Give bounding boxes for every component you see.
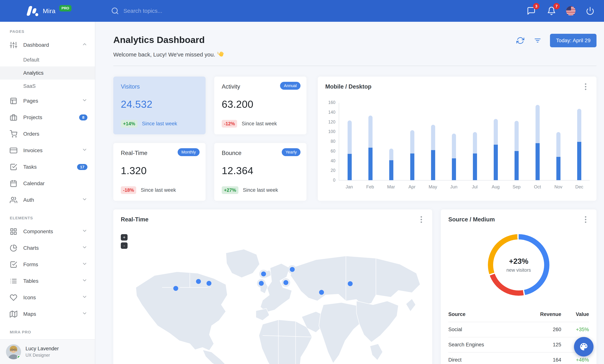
sidebar-item-pages[interactable]: Pages	[0, 93, 95, 109]
sidebar-item-tasks[interactable]: Tasks17	[0, 159, 95, 175]
chevron-down-icon	[82, 147, 88, 154]
x-axis-label: Dec	[574, 184, 585, 189]
source-revenue: 125	[525, 342, 561, 348]
map-marker[interactable]	[319, 290, 324, 295]
chevron-down-icon	[82, 277, 88, 285]
x-axis-label: Jan	[344, 184, 355, 189]
logout-button[interactable]	[584, 5, 596, 16]
cart-icon	[10, 130, 17, 138]
sidebar-section-label: PAGES	[0, 22, 95, 37]
map-marker[interactable]	[290, 267, 295, 272]
stat-caption: Since last week	[141, 187, 176, 193]
bar-series	[339, 103, 590, 180]
notifications-button[interactable]: 7	[546, 5, 557, 16]
chart-card-menu-button[interactable]	[582, 83, 589, 90]
sidebar-badge: 17	[77, 164, 88, 170]
x-axis-label: Aug	[490, 184, 501, 189]
world-map-graphic	[113, 231, 432, 364]
briefcase-icon	[10, 114, 17, 121]
brand[interactable]: Mira PRO	[0, 5, 95, 16]
map-marker[interactable]	[259, 281, 264, 286]
bar-jan	[348, 120, 352, 180]
navbar-actions: 3 7	[526, 5, 604, 16]
pro-badge: PRO	[59, 5, 72, 12]
sidebar-user[interactable]: Lucy Lavender UX Designer	[0, 339, 95, 364]
refresh-icon	[516, 37, 524, 44]
source-revenue: 164	[525, 357, 561, 363]
map-icon	[10, 310, 17, 318]
stat-delta-chip: -12%	[222, 120, 237, 128]
map-marker[interactable]	[283, 280, 288, 285]
map-marker[interactable]	[173, 286, 178, 291]
y-axis-tick-label: 80	[323, 139, 335, 144]
realtime-map-card: Real-Time + -	[113, 209, 432, 364]
chevron-down-icon	[82, 261, 88, 268]
bar-aug	[494, 119, 498, 180]
y-axis-tick-label: 60	[323, 149, 335, 154]
check-square-icon	[10, 261, 17, 268]
x-axis-label: Jun	[448, 184, 459, 189]
stat-period-pill[interactable]: Yearly	[282, 148, 301, 156]
theme-settings-fab[interactable]	[574, 337, 593, 356]
bar-mar	[389, 149, 393, 180]
chevron-down-icon	[82, 97, 88, 104]
bar-chart-plot: 020406080100120140160	[339, 103, 590, 180]
y-axis-tick-label: 40	[323, 158, 335, 163]
sidebar-item-components[interactable]: Components	[0, 223, 95, 240]
credit-card-icon	[10, 147, 17, 154]
map-card-menu-button[interactable]	[418, 216, 425, 223]
x-axis-label: Oct	[532, 184, 543, 189]
refresh-button[interactable]	[516, 36, 525, 45]
sidebar-item-invoices[interactable]: Invoices	[0, 142, 95, 159]
kebab-icon	[585, 216, 586, 223]
top-navbar: Mira PRO 3 7	[0, 0, 604, 22]
map-zoom-out-button[interactable]: -	[121, 242, 127, 249]
today-button[interactable]: Today: April 29	[550, 34, 596, 47]
x-axis-label: Feb	[365, 184, 376, 189]
source-card-menu-button[interactable]	[582, 216, 589, 223]
stat-period-pill[interactable]: Annual	[280, 82, 301, 90]
stat-card-bounce: BounceYearly12.364+27%Since last week	[214, 143, 306, 201]
sidebar-item-calendar[interactable]: Calendar	[0, 175, 95, 192]
source-medium-card: Source / Medium +23% new visitors Source…	[441, 209, 596, 364]
x-axis-label: Apr	[406, 184, 417, 189]
sidebar-item-projects[interactable]: Projects8	[0, 109, 95, 126]
app-root: Mira PRO 3 7 PAGESDashboardDefaultAnalyt…	[0, 0, 604, 364]
palette-icon	[579, 342, 589, 351]
y-axis-tick-label: 20	[323, 168, 335, 173]
source-value: +35%	[561, 327, 589, 332]
language-flag-us-icon[interactable]	[566, 6, 576, 16]
map-marker[interactable]	[207, 281, 211, 286]
grid-icon	[10, 228, 17, 235]
messages-button[interactable]: 3	[526, 5, 537, 16]
source-table: Source Revenue Value Social260+35%Search…	[448, 307, 589, 364]
sidebar-item-auth[interactable]: Auth	[0, 192, 95, 208]
sidebar-item-forms[interactable]: Forms	[0, 256, 95, 273]
bar-dec	[577, 109, 581, 180]
map-marker[interactable]	[196, 279, 201, 284]
sidebar-item-tables[interactable]: Tables	[0, 273, 95, 289]
map-marker[interactable]	[261, 272, 266, 276]
source-card-title: Source / Medium	[448, 216, 495, 223]
sidebar-item-icons[interactable]: Icons	[0, 289, 95, 306]
search-input[interactable]	[124, 8, 236, 14]
sidebar-subitem-analytics[interactable]: Analytics	[0, 66, 95, 80]
mira-logo-icon	[25, 5, 39, 16]
source-revenue: 260	[525, 327, 561, 332]
filter-button[interactable]	[533, 36, 542, 45]
bar-jul	[473, 132, 477, 180]
map-card-title: Real-Time	[121, 216, 149, 223]
user-name: Lucy Lavender	[25, 346, 59, 351]
map-marker[interactable]	[348, 281, 353, 286]
stat-period-pill[interactable]: Monthly	[178, 148, 200, 156]
sidebar-item-dashboard[interactable]: Dashboard	[0, 37, 95, 53]
sidebar-item-maps[interactable]: Maps	[0, 306, 95, 322]
sidebar-item-charts[interactable]: Charts	[0, 240, 95, 256]
sidebar-subitem-saas[interactable]: SaaS	[0, 80, 95, 93]
sidebar-item-orders[interactable]: Orders	[0, 126, 95, 142]
power-icon	[586, 7, 594, 15]
donut-center-value: +23%	[509, 257, 528, 265]
source-table-row: Search Engines125-12%	[448, 337, 589, 352]
map-zoom-in-button[interactable]: +	[121, 234, 127, 240]
sidebar-subitem-default[interactable]: Default	[0, 53, 95, 66]
